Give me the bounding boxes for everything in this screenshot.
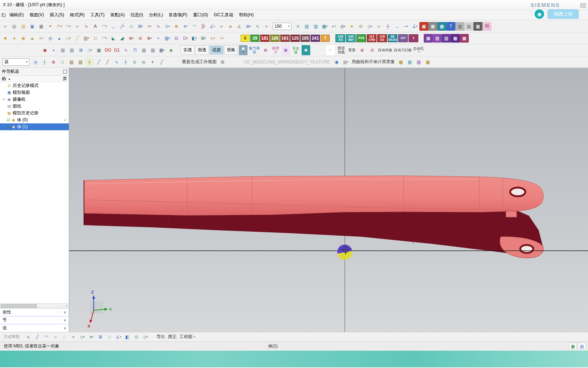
overflow-chevron[interactable]: » [262,22,271,31]
move-handles-icon[interactable]: ┼ [85,58,94,66]
navigator-row[interactable]: ▦ 模型历史记录 [0,110,69,117]
select-solid-icon[interactable]: ▧ [67,58,76,66]
pink-chain-icon[interactable]: ▧ [368,45,377,55]
red-tool-block[interactable]: ▦ [419,22,428,31]
sketch-label-button[interactable]: 工程图 [178,334,194,340]
trim-curve-icon[interactable]: ╳▾ [199,22,208,31]
datum-axis-icon[interactable]: ╱ [73,34,82,43]
upload-button[interactable]: 拖拽上传 [548,9,579,19]
measure-distance-icon[interactable]: ⌀ [226,22,235,31]
perspective-icon[interactable]: ◇▾ [365,22,374,31]
snap-line-icon[interactable]: ╱ [94,58,103,66]
sheet-status-icon[interactable]: ▤ [578,343,586,350]
row-check-icon[interactable]: ☑ [6,118,11,122]
menu-item[interactable]: 插入(S) [47,10,67,19]
fo-constraint-icon[interactable]: □▾ [85,46,94,54]
display-toggle-button[interactable]: 面透 [195,45,209,54]
display-shaded-icon[interactable]: ◐ [49,46,58,54]
point-icon[interactable]: +▾ [145,22,154,31]
dim-linear-icon[interactable]: ─▾ [401,22,410,31]
panel-pin-icon[interactable] [63,70,67,74]
safety-line-button[interactable]: 安全线 [291,45,300,55]
overflow-chevron[interactable]: » [374,22,383,31]
fillet-icon[interactable]: ◠▾ [100,34,109,43]
row-check-icon[interactable]: ☑ [6,124,11,129]
menu-item[interactable]: GC工具箱 [211,10,236,19]
rib-icon[interactable]: ▥▾ [82,34,91,43]
sketch-point-icon[interactable]: ∴ [60,333,69,341]
snap-slash-icon[interactable]: ╱ [157,58,166,66]
menu-item[interactable]: 帮助(H) [236,10,257,19]
pan-hand-icon[interactable]: ┼ [40,58,49,66]
steel-grade-button[interactable]: 112CR8 [367,34,377,42]
navigator-row[interactable]: ▣ 模型视图 [0,89,69,96]
offset-face-icon[interactable]: ⊟ [172,34,181,43]
part-lower-hole[interactable] [520,245,533,253]
pattern-feature-icon[interactable]: ⊞▾ [199,34,208,43]
sort-ascending-icon[interactable]: ▲ [8,77,11,80]
violet-tool-block[interactable]: ▨ [442,34,451,43]
g1-button[interactable]: G1 [112,46,121,54]
measure-angle-icon[interactable]: ∠ [235,22,244,31]
sketch-angle-icon[interactable]: ∠▾ [114,333,123,341]
helix-icon[interactable]: ∿ [154,22,163,31]
polygon-icon[interactable]: ◇ [127,22,136,31]
overflow-chevron[interactable]: » [73,22,82,31]
work-grid-icon[interactable]: ⊞ [218,58,227,66]
window-control-fragment[interactable] [580,3,586,8]
steel-grade-button[interactable]: 124A3 [335,34,345,42]
layer-category-icon[interactable]: ▦▾ [320,22,329,31]
engrave-icon[interactable]: ▨ [148,46,157,54]
pink-chain-icon[interactable]: ▦ [358,45,366,55]
cylinder-primitive-icon[interactable]: ● [10,34,19,43]
snap-midpoint-icon[interactable]: ┼ [121,58,130,66]
purple-tool-block[interactable]: ▧ [433,34,442,43]
pressed-tool-icon[interactable]: ▣▾ [239,45,248,55]
offset-curve-icon[interactable]: ≡▾ [181,22,190,31]
curve-analysis-icon[interactable]: ∿ [253,22,262,31]
selection-filter-select[interactable]: 器▾ [3,58,29,66]
column-right[interactable]: 异 [63,76,67,82]
sew-icon[interactable]: ≈ [154,34,163,43]
pressure-keep-icon[interactable]: ▣ [302,45,310,55]
select-rect-icon[interactable]: □ [58,58,67,66]
sweep-icon[interactable]: ∿▾ [208,34,217,43]
show-hide-icon[interactable]: ▤ [58,46,67,54]
mass-by-curves-button[interactable]: 用曲线和片体计算质量 [350,59,396,65]
layer-number-button[interactable]: 29 [250,35,259,42]
purple-tool-block[interactable]: ▦ [424,34,433,43]
sketch-label-button[interactable]: 摆正 [166,334,178,340]
gear-icon[interactable]: ⊙ [356,22,365,31]
sketch-plus-icon[interactable]: + [69,333,78,341]
overflow-chevron[interactable]: » [217,22,226,31]
corner-icon[interactable]: ∠▾ [208,22,217,31]
sketch-box-icon[interactable]: □ [105,333,114,341]
chevron-down-icon[interactable]: ∨ [63,310,66,315]
display-toggle-button[interactable]: 实透 [181,45,195,54]
part-tab[interactable] [506,211,517,217]
menu-item[interactable]: 窗口(O) [190,10,211,19]
snap-center-icon[interactable]: ⊙ [130,58,139,66]
regenerate-workview-button[interactable]: 重新生成工作视图 [181,59,218,65]
column-name[interactable]: 称 [2,76,6,82]
select-face-icon[interactable]: ▨ [76,58,85,66]
navigator-section[interactable]: 览 ∨ [0,324,69,332]
fit-view-icon[interactable]: ⊞ [76,46,85,54]
datum-plane-icon[interactable]: ◇▾ [64,34,73,43]
layer-number-button[interactable]: 241 [311,35,320,42]
display-toggle-button[interactable]: 替换 [224,45,238,54]
tube-icon[interactable]: ○▾ [217,34,226,43]
eco-leaf-icon[interactable]: ◈ [166,46,175,54]
chevron-down-icon[interactable]: ▾ [194,336,195,338]
menu-item[interactable]: 视图(V) [27,10,47,19]
refresh-display-icon[interactable]: ▥ [67,46,76,54]
box-tool-icon[interactable]: ▩ [423,58,432,66]
dim-arrow-icon[interactable]: → [392,22,401,31]
display-toggle-button[interactable]: 还原 [210,45,223,54]
layer-work-icon[interactable]: ▥ [311,22,320,31]
menu-item[interactable]: 信息(I) [128,10,146,19]
layer-number-button[interactable]: 181 [260,35,270,42]
chevron-down-icon[interactable]: ∨ [63,326,66,330]
layer-number-button[interactable]: ? [321,35,330,42]
open-folder-icon[interactable]: ▥ [19,22,28,31]
